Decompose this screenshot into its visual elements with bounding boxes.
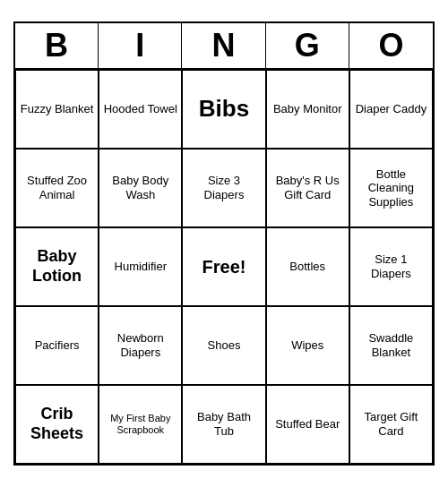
bingo-cell-r4c2: Newborn Diapers	[99, 306, 182, 385]
bingo-cell-r3c4: Bottles	[266, 227, 349, 306]
bingo-cell-r3c2: Humidifier	[99, 227, 182, 306]
header-letter-g: G	[266, 23, 349, 68]
bingo-cell-r5c3: Baby Bath Tub	[182, 385, 265, 464]
bingo-cell-r2c1: Stuffed Zoo Animal	[15, 149, 99, 227]
bingo-cell-r4c5: Swaddle Blanket	[349, 306, 433, 385]
bingo-cell-r4c3: Shoes	[182, 306, 265, 385]
bingo-cell-r1c1: Fuzzy Blanket	[15, 70, 99, 149]
bingo-cell-r5c4: Stuffed Bear	[266, 385, 349, 464]
header-letter-n: N	[182, 23, 265, 68]
bingo-cell-r2c4: Baby's R Us Gift Card	[266, 149, 349, 227]
bingo-cell-r4c1: Pacifiers	[15, 306, 99, 385]
bingo-grid: Fuzzy BlanketHooded TowelBibsBaby Monito…	[15, 70, 433, 464]
bingo-cell-r3c5: Size 1 Diapers	[349, 227, 433, 306]
bingo-cell-r3c1: Baby Lotion	[15, 227, 99, 306]
bingo-cell-r5c5: Target Gift Card	[349, 385, 433, 464]
bingo-card: BINGO Fuzzy BlanketHooded TowelBibsBaby …	[13, 21, 435, 466]
bingo-cell-r1c4: Baby Monitor	[266, 70, 349, 149]
bingo-cell-r5c1: Crib Sheets	[15, 385, 99, 464]
header-letter-b: B	[15, 23, 99, 68]
bingo-cell-r2c2: Baby Body Wash	[99, 149, 182, 227]
bingo-cell-r1c3: Bibs	[182, 70, 265, 149]
header-letter-o: O	[349, 23, 433, 68]
header-letter-i: I	[99, 23, 182, 68]
bingo-cell-r1c5: Diaper Caddy	[349, 70, 433, 149]
bingo-cell-r2c5: Bottle Cleaning Supplies	[349, 149, 433, 227]
bingo-header: BINGO	[15, 23, 433, 70]
bingo-cell-r5c2: My First Baby Scrapbook	[99, 385, 182, 464]
bingo-cell-r4c4: Wipes	[266, 306, 349, 385]
bingo-cell-r2c3: Size 3 Diapers	[182, 149, 265, 227]
bingo-cell-r1c2: Hooded Towel	[99, 70, 182, 149]
bingo-cell-r3c3: Free!	[182, 227, 265, 306]
